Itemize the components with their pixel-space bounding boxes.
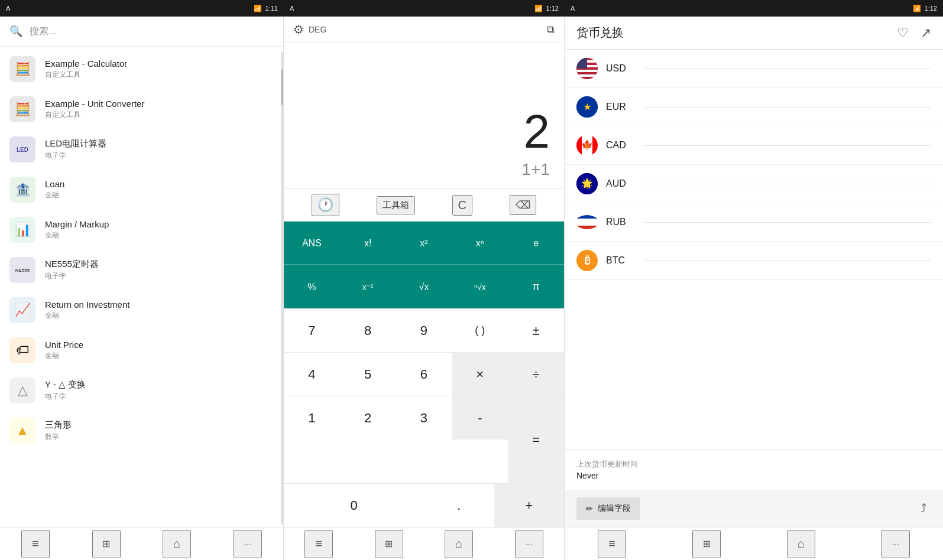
share-header-icon[interactable]: ↗ [921, 25, 931, 41]
currency-line [644, 107, 931, 108]
app-icon-led: LED [9, 136, 35, 162]
plus-button[interactable]: + [494, 483, 565, 527]
four-button[interactable]: 4 [284, 352, 340, 396]
minus-button[interactable]: - [452, 396, 508, 439]
multiply-button[interactable]: × [452, 352, 508, 396]
toolbox-button[interactable]: 工具箱 [377, 196, 415, 214]
currency-item-aud[interactable]: 🌟 AUD [565, 165, 943, 203]
calc-nav-settings-button[interactable]: ⊞ [375, 530, 403, 558]
sqrt-button[interactable]: √x [396, 265, 452, 308]
zero-button[interactable]: 0 [284, 483, 424, 527]
backspace-button[interactable]: ⌫ [510, 195, 536, 215]
calc-nav-more-button[interactable]: ··· [515, 530, 543, 558]
list-item[interactable]: ▲ 三角形 数学 [0, 411, 283, 451]
edit-fields-button[interactable]: ✏ 编辑字段 [576, 497, 640, 520]
currency-header-icons: ♡ ↗ [897, 25, 931, 41]
decimal-button[interactable]: . [424, 483, 494, 527]
currency-nav-home-button[interactable]: ⌂ [787, 530, 815, 558]
currency-item-btc[interactable]: ₿ BTC [565, 242, 943, 280]
currency-nav-settings-button[interactable]: ⊞ [692, 530, 721, 558]
list-item[interactable]: LED LED电阻计算器 电子学 [0, 129, 283, 170]
app-info: Unit Price 金融 [45, 340, 274, 361]
paren-button[interactable]: ( ) [452, 308, 508, 352]
app-name: 三角形 [45, 419, 274, 431]
nth-root-button[interactable]: ⁿ√x [452, 265, 508, 308]
list-item[interactable]: 🧮 Example - Unit Converter 自定义工具 [0, 89, 283, 129]
currency-nav-more-button[interactable]: ··· [882, 530, 910, 558]
currency-code-btc: BTC [606, 255, 636, 266]
currency-item-usd[interactable]: USD [565, 50, 943, 88]
calc-nav-menu-button[interactable]: ≡ [304, 530, 333, 558]
ans-button[interactable]: ANS [284, 221, 340, 265]
flag-rub [576, 211, 598, 233]
panel1-bottom-nav: ≡ ⊞ ⌂ ··· [0, 527, 283, 560]
percent-button[interactable]: % [284, 265, 340, 308]
two-button[interactable]: 2 [340, 396, 396, 439]
currency-item-cad[interactable]: 🍁 CAD [565, 126, 943, 165]
favorite-icon[interactable]: ♡ [897, 25, 909, 41]
calc-row-2: % x⁻¹ √x ⁿ√x π [284, 265, 564, 308]
currency-nav-menu-button[interactable]: ≡ [598, 530, 626, 558]
one-button[interactable]: 1 [284, 396, 340, 439]
search-icon: 🔍 [9, 25, 22, 38]
flag-cad: 🍁 [576, 135, 598, 156]
eight-button[interactable]: 8 [340, 308, 396, 352]
gear-icon[interactable]: ⚙ [293, 22, 304, 37]
currency-code-rub: RUB [606, 217, 636, 227]
divide-button[interactable]: ÷ [508, 352, 564, 396]
copy-icon[interactable]: ⧉ [547, 24, 555, 36]
six-button[interactable]: 6 [396, 352, 452, 396]
clear-button[interactable]: C [452, 195, 472, 216]
calc-mode-label: DEG [309, 25, 326, 34]
inverse-button[interactable]: x⁻¹ [340, 265, 396, 308]
calc-row-4: 4 5 6 × ÷ [284, 352, 564, 396]
calc-nav-home-button[interactable]: ⌂ [445, 530, 473, 558]
app-info: Example - Calculator 自定义工具 [45, 58, 274, 80]
search-input-placeholder[interactable]: 搜索... [30, 25, 56, 38]
list-item[interactable]: △ Y - △ 变换 电子学 [0, 370, 283, 411]
search-bar[interactable]: 🔍 搜索... [0, 17, 283, 47]
currency-code-cad: CAD [606, 140, 636, 151]
square-button[interactable]: x² [396, 221, 452, 265]
list-item[interactable]: 🧮 Example - Calculator 自定义工具 [0, 49, 283, 89]
currency-item-eur[interactable]: ★ EUR [565, 88, 943, 126]
seven-button[interactable]: 7 [284, 308, 340, 352]
app-info: Y - △ 变换 电子学 [45, 379, 274, 402]
currency-item-rub[interactable]: RUB [565, 203, 943, 242]
nav-settings-button[interactable]: ⊞ [92, 530, 121, 558]
equals-button[interactable]: = [508, 396, 564, 483]
nav-home-button[interactable]: ⌂ [163, 530, 191, 558]
last-update-label: 上次货币更新时间 [576, 459, 931, 470]
pi-button[interactable]: π [508, 265, 564, 308]
svg-rect-3 [576, 70, 598, 72]
app-category: 自定义工具 [45, 70, 274, 80]
list-item[interactable]: 📊 Margin / Markup 金融 [0, 210, 283, 250]
nav-more-button[interactable]: ··· [234, 530, 262, 558]
edit-button-label: 编辑字段 [598, 503, 631, 514]
five-button[interactable]: 5 [340, 352, 396, 396]
signal-icon-1: 📶 [254, 5, 262, 12]
list-item[interactable]: 🏷 Unit Price 金融 [0, 330, 283, 370]
nav-menu-button[interactable]: ≡ [21, 530, 50, 558]
scroll-thumb [281, 70, 283, 105]
app-icon-roi: 📈 [9, 297, 35, 323]
three-button[interactable]: 3 [396, 396, 452, 439]
share-button[interactable]: ⤴ [916, 497, 931, 520]
nine-button[interactable]: 9 [396, 308, 452, 352]
svg-text:★: ★ [584, 102, 591, 112]
euler-button[interactable]: e [508, 221, 564, 265]
list-item[interactable]: 🏦 Loan 金融 [0, 170, 283, 210]
app-category: 金融 [45, 230, 274, 240]
factorial-button[interactable]: x! [340, 221, 396, 265]
history-button[interactable]: 🕐 [312, 194, 339, 216]
app-name: Return on Investment [45, 299, 274, 310]
plusminus-button[interactable]: ± [508, 308, 564, 352]
app-icon-ne555: NE555 [9, 257, 35, 283]
calc-expression: 1+1 [522, 160, 550, 179]
app-info: Example - Unit Converter 自定义工具 [45, 99, 274, 120]
list-item[interactable]: 📈 Return on Investment 金融 [0, 290, 283, 330]
power-button[interactable]: xⁿ [452, 221, 508, 265]
app-category: 金融 [45, 190, 274, 200]
calc-header: ⚙ DEG ⧉ [284, 17, 564, 43]
list-item[interactable]: NE555 NE555定时器 电子学 [0, 250, 283, 290]
